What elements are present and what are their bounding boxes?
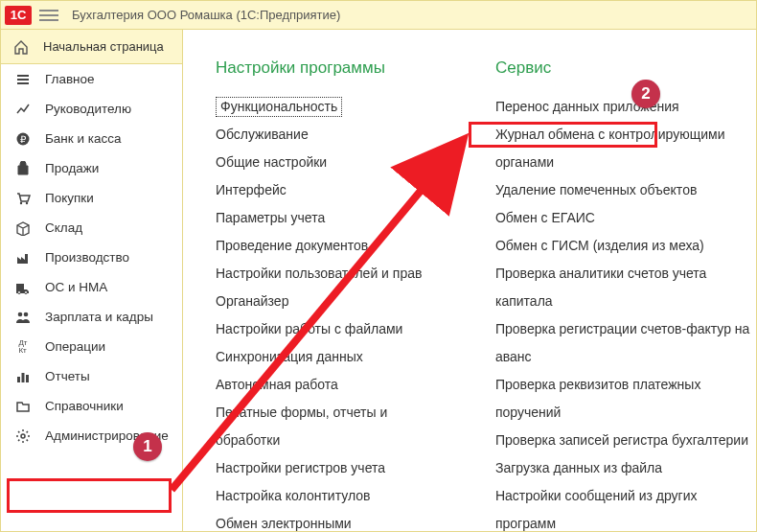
home-icon [12, 38, 30, 56]
link-doc-posting[interactable]: Проведение документов [216, 232, 428, 260]
sidebar-item-production[interactable]: Производство [1, 243, 182, 272]
barchart-icon [14, 368, 32, 385]
box-icon [14, 220, 32, 237]
sidebar-item-payroll[interactable]: Зарплата и кадры [1, 302, 182, 332]
link-headers-footers[interactable]: Настройка колонтитулов [216, 482, 428, 510]
sidebar-item-manager[interactable]: Руководителю [1, 94, 182, 124]
cart-icon [14, 190, 32, 207]
svg-point-6 [18, 312, 23, 316]
main-area: Настройки программы Функциональность Обс… [183, 30, 756, 531]
link-data-transfer[interactable]: Перенос данных приложения [495, 93, 756, 121]
sidebar-item-purchases[interactable]: Покупки [1, 183, 182, 213]
sidebar-item-label: Производство [45, 250, 129, 265]
gear-icon [14, 428, 32, 445]
link-exchange-journal[interactable]: Журнал обмена с контролирующими органами [495, 121, 756, 176]
link-data-sync[interactable]: Синхронизация данных [216, 343, 428, 371]
sidebar-item-label: Продажи [45, 161, 99, 175]
sidebar-item-label: Операции [45, 339, 105, 354]
factory-icon [14, 249, 32, 266]
sidebar-item-assets[interactable]: ОС и НМА [1, 272, 182, 302]
truck-icon [14, 279, 32, 296]
sidebar-item-bank[interactable]: ₽ Банк и касса [1, 124, 182, 153]
link-load-from-file[interactable]: Загрузка данных из файла [495, 454, 756, 482]
svg-rect-10 [26, 375, 29, 382]
hamburger-icon[interactable] [39, 6, 58, 25]
service-link-list: Перенос данных приложения Журнал обмена … [495, 93, 756, 532]
link-messaging-settings[interactable]: Настройки сообщений из других программ [495, 482, 756, 532]
people-icon [14, 309, 32, 326]
sidebar-item-label: Руководителю [45, 102, 131, 116]
svg-rect-8 [17, 377, 20, 382]
link-print-forms[interactable]: Печатные формы, отчеты и обработки [216, 399, 428, 454]
sidebar-item-label: ОС и НМА [45, 280, 107, 294]
logo-1c: 1С [5, 6, 32, 25]
titlebar: 1С Бухгалтерия ООО Ромашка (1С:Предприят… [1, 1, 756, 30]
app-title: Бухгалтерия ООО Ромашка (1С:Предприятие) [72, 8, 340, 22]
link-edo-exchange[interactable]: Обмен электронными документами [216, 510, 428, 532]
link-general-settings[interactable]: Общие настройки [216, 149, 428, 176]
svg-point-2 [20, 201, 22, 203]
link-organizer[interactable]: Органайзер [216, 288, 428, 315]
sidebar-item-main[interactable]: Главное [1, 64, 182, 94]
sidebar-item-label: Справочники [45, 399, 124, 413]
svg-rect-9 [22, 373, 25, 382]
link-files-settings[interactable]: Настройки работы с файлами [216, 315, 428, 343]
sidebar-item-operations[interactable]: ДтКт Операции [1, 332, 182, 361]
dtkt-icon: ДтКт [14, 338, 32, 356]
start-page-link[interactable]: Начальная страница [1, 30, 182, 64]
link-check-capital[interactable]: Проверка аналитики счетов учета капитала [495, 260, 756, 315]
start-page-label: Начальная страница [43, 39, 164, 54]
svg-point-11 [21, 434, 25, 438]
bars-icon [14, 71, 32, 88]
link-interface[interactable]: Интерфейс [216, 176, 428, 204]
link-check-invoices[interactable]: Проверка регистрации счетов-фактур на ав… [495, 315, 756, 371]
ruble-icon: ₽ [14, 130, 32, 148]
link-accounting-params[interactable]: Параметры учета [216, 204, 428, 232]
sidebar-item-label: Зарплата и кадры [45, 310, 153, 324]
svg-point-5 [25, 290, 28, 293]
link-offline[interactable]: Автономная работа [216, 371, 428, 399]
chart-line-icon [14, 101, 32, 118]
link-users-rights[interactable]: Настройки пользователей и прав [216, 260, 428, 288]
annotation-badge-1: 1 [133, 432, 162, 461]
sidebar-item-warehouse[interactable]: Склад [1, 213, 182, 243]
link-maintenance[interactable]: Обслуживание [216, 121, 428, 149]
column-title-settings: Настройки программы [216, 58, 428, 78]
settings-column: Настройки программы Функциональность Обс… [216, 58, 428, 532]
sidebar-item-label: Склад [45, 220, 82, 235]
folder-icon [14, 398, 32, 415]
link-check-register[interactable]: Проверка записей регистра бухгалтерии [495, 427, 756, 454]
svg-point-7 [24, 312, 29, 316]
link-gism[interactable]: Обмен с ГИСМ (изделия из меха) [495, 232, 756, 260]
svg-point-4 [18, 290, 21, 293]
link-egais[interactable]: Обмен с ЕГАИС [495, 204, 756, 232]
link-check-payments[interactable]: Проверка реквизитов платежных поручений [495, 371, 756, 427]
sidebar-item-label: Покупки [45, 191, 94, 205]
sidebar-item-sales[interactable]: Продажи [1, 153, 182, 183]
link-functionality[interactable]: Функциональность [216, 97, 342, 117]
link-register-settings[interactable]: Настройки регистров учета [216, 454, 428, 482]
service-column: Сервис Перенос данных приложения Журнал … [495, 58, 756, 532]
column-title-service: Сервис [495, 58, 756, 78]
sidebar-item-label: Банк и касса [45, 131, 122, 146]
annotation-badge-2: 2 [631, 80, 660, 108]
link-delete-marked[interactable]: Удаление помеченных объектов [495, 176, 756, 204]
svg-text:₽: ₽ [20, 134, 27, 145]
sidebar-item-label: Отчеты [45, 369, 90, 383]
sidebar-item-label: Главное [45, 72, 95, 86]
bag-icon [14, 160, 32, 177]
sidebar-item-reports[interactable]: Отчеты [1, 361, 182, 391]
settings-link-list: Функциональность Обслуживание Общие наст… [216, 93, 428, 532]
sidebar-item-dictionaries[interactable]: Справочники [1, 391, 182, 421]
svg-point-3 [26, 201, 28, 203]
